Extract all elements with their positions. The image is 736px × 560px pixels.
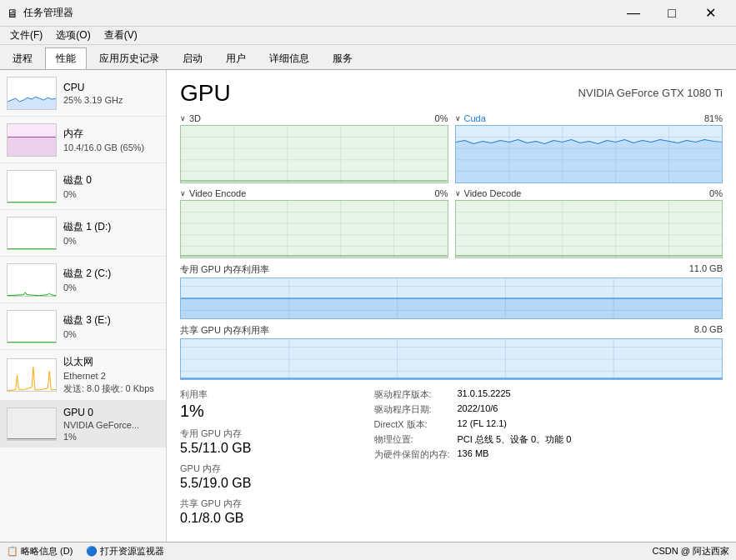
disk2-name: 磁盘 2 (C:) — [63, 267, 159, 281]
tab-process[interactable]: 进程 — [2, 48, 43, 69]
graph-cuda-label-row: ∨ Cuda 81% — [455, 113, 723, 123]
svg-rect-7 — [8, 311, 56, 343]
tab-details[interactable]: 详细信息 — [258, 48, 320, 69]
svg-rect-2 — [8, 171, 56, 203]
eth-mini-graph — [7, 358, 57, 392]
graph-3d-label-row: ∨ 3D 0% — [180, 113, 448, 123]
gpu-mem-value: 5.5/19.0 GB — [180, 476, 374, 491]
sidebar-item-ethernet[interactable]: 以太网 Ethernet 2 发送: 8.0 接收: 0 Kbps — [0, 350, 166, 401]
sidebar-item-disk2[interactable]: 磁盘 2 (C:) 0% — [0, 257, 166, 303]
menu-view[interactable]: 查看(V) — [98, 27, 144, 44]
graph-ve-label-row: ∨ Video Encode 0% — [180, 188, 448, 198]
dedicated-vram-graph — [180, 278, 723, 319]
gpu-detail: NVIDIA GeForce... — [63, 420, 159, 430]
cpu-info: CPU 25% 3.19 GHz — [63, 82, 159, 105]
sidebar-item-cpu[interactable]: CPU 25% 3.19 GHz — [0, 70, 166, 117]
open-res-monitor[interactable]: 🔵 打开资源监视器 — [86, 545, 164, 558]
value-3d: 0% — [435, 113, 448, 123]
main-area: CPU 25% 3.19 GHz 内存 10.4/16.0 GB (65%) — [0, 70, 736, 542]
chevron-vd-icon: ∨ — [455, 189, 461, 198]
label-cuda: Cuda — [464, 113, 486, 123]
status-tip[interactable]: 📋 略略信息 (D) — [7, 545, 73, 558]
tab-services[interactable]: 服务 — [322, 48, 363, 69]
disk0-name: 磁盘 0 — [63, 173, 159, 188]
label-vd: Video Decode — [464, 188, 522, 198]
info-reserved-mem: 为硬件保留的内存: 136 MB — [374, 448, 723, 461]
info-driver-date: 驱动程序日期: 2022/10/6 — [374, 403, 723, 416]
cpu-mini-graph — [7, 77, 57, 110]
tab-startup[interactable]: 启动 — [172, 48, 213, 69]
sidebar-item-gpu[interactable]: GPU 0 NVIDIA GeForce... 1% — [0, 401, 166, 448]
eth-detail2: 发送: 8.0 接收: 0 Kbps — [63, 382, 159, 395]
tab-apphistory[interactable]: 应用历史记录 — [88, 48, 170, 69]
maximize-button[interactable]: □ — [653, 0, 691, 27]
eth-info: 以太网 Ethernet 2 发送: 8.0 接收: 0 Kbps — [63, 355, 159, 395]
sidebar-item-disk0[interactable]: 磁盘 0 0% — [0, 163, 166, 210]
graph-ve-canvas — [180, 200, 448, 258]
app-icon: 🖥 — [7, 7, 18, 20]
graph-cuda: ∨ Cuda 81% — [455, 113, 723, 183]
info-directx: DirectX 版本: 12 (FL 12.1) — [374, 418, 723, 431]
status-bar: 📋 略略信息 (D) 🔵 打开资源监视器 CSDN @ 阿达西家 — [0, 542, 736, 560]
title-bar-left: 🖥 任务管理器 — [7, 6, 73, 20]
menu-file[interactable]: 文件(F) — [3, 27, 49, 44]
mem-detail: 10.4/16.0 GB (65%) — [63, 142, 159, 152]
eth-detail: Ethernet 2 — [63, 371, 159, 381]
shared-vram-section: 共享 GPU 内存利用率 8.0 GB — [167, 324, 736, 380]
graph-3d: ∨ 3D 0% — [180, 113, 448, 183]
gpu-title: GPU — [180, 80, 231, 107]
disk3-detail: 0% — [63, 329, 159, 339]
brand-label: CSDN @ 阿达西家 — [653, 545, 729, 558]
disk1-name: 磁盘 1 (D:) — [63, 220, 159, 234]
graph-vd-canvas — [455, 200, 723, 258]
tab-bar: 进程 性能 应用历史记录 启动 用户 详细信息 服务 — [0, 45, 736, 70]
directx-val: 12 (FL 12.1) — [458, 418, 508, 431]
shared-vram-max: 8.0 GB — [694, 324, 723, 337]
directx-key: DirectX 版本: — [374, 418, 458, 431]
value-ve: 0% — [435, 188, 448, 198]
gpu-graphs: ∨ 3D 0% — [167, 113, 736, 258]
chevron-cuda-icon: ∨ — [455, 114, 461, 122]
menu-options[interactable]: 选项(O) — [49, 27, 97, 44]
title-controls: — □ ✕ — [614, 0, 729, 27]
util-label: 利用率 — [180, 388, 374, 401]
tab-users[interactable]: 用户 — [215, 48, 257, 69]
sidebar-item-memory[interactable]: 内存 10.4/16.0 GB (65%) — [0, 117, 166, 163]
gpu-mem-label: GPU 内存 — [180, 462, 374, 475]
gpu-detail2: 1% — [63, 432, 159, 442]
eth-name: 以太网 — [63, 355, 159, 369]
driver-version-val: 31.0.15.2225 — [458, 388, 511, 401]
graph-row-1: ∨ 3D 0% — [180, 113, 723, 183]
graph-row-2: ∨ Video Encode 0% — [180, 188, 723, 258]
tab-performance[interactable]: 性能 — [45, 48, 87, 69]
dedicated-vram-label-row: 专用 GPU 内存利用率 11.0 GB — [180, 263, 723, 276]
menu-bar: 文件(F) 选项(O) 查看(V) — [0, 27, 736, 45]
sidebar-item-disk3[interactable]: 磁盘 3 (E:) 0% — [0, 303, 166, 350]
driver-date-val: 2022/10/6 — [458, 403, 498, 416]
disk2-mini-graph — [7, 263, 57, 297]
phys-loc-val: PCI 总线 5、设备 0、功能 0 — [458, 433, 572, 446]
graph-vd-label-row: ∨ Video Decode 0% — [455, 188, 723, 198]
mem-mini-graph — [7, 123, 57, 157]
disk3-info: 磁盘 3 (E:) 0% — [63, 313, 159, 339]
dedicated-vram-max: 11.0 GB — [689, 263, 723, 276]
disk0-detail: 0% — [63, 189, 159, 199]
gpu-name: GPU 0 — [63, 407, 159, 418]
gpu-info: GPU 0 NVIDIA GeForce... 1% — [63, 407, 159, 442]
content-header: GPU NVIDIA GeForce GTX 1080 Ti — [167, 70, 736, 113]
close-button[interactable]: ✕ — [691, 0, 729, 27]
value-vd: 0% — [709, 188, 723, 198]
graph-cuda-canvas — [455, 125, 723, 183]
mem-info: 内存 10.4/16.0 GB (65%) — [63, 127, 159, 152]
title-bar: 🖥 任务管理器 — □ ✕ — [0, 0, 736, 27]
disk1-info: 磁盘 1 (D:) 0% — [63, 220, 159, 246]
disk3-name: 磁盘 3 (E:) — [63, 313, 159, 328]
mem-name: 内存 — [63, 127, 159, 141]
disk2-info: 磁盘 2 (C:) 0% — [63, 267, 159, 292]
cpu-detail: 25% 3.19 GHz — [63, 95, 159, 105]
minimize-button[interactable]: — — [614, 0, 653, 27]
driver-version-key: 驱动程序版本: — [374, 388, 458, 401]
gpu-subtitle: NVIDIA GeForce GTX 1080 Ti — [578, 87, 723, 99]
sidebar-item-disk1[interactable]: 磁盘 1 (D:) 0% — [0, 210, 166, 257]
ded-mem-label: 专用 GPU 内存 — [180, 428, 374, 440]
